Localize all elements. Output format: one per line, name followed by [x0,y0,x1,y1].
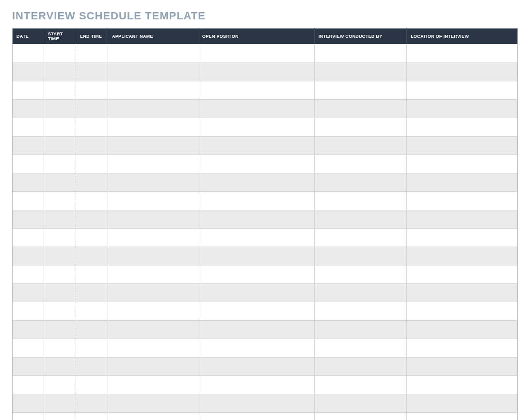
cell-start-time[interactable] [44,228,76,247]
cell-open-position[interactable] [198,210,315,228]
cell-applicant-name[interactable] [108,210,198,228]
cell-start-time[interactable] [44,247,76,265]
cell-applicant-name[interactable] [108,118,198,136]
cell-interview-conducted-by[interactable] [315,173,407,191]
cell-interview-conducted-by[interactable] [315,339,407,357]
cell-start-time[interactable] [44,136,76,155]
cell-open-position[interactable] [198,265,315,283]
cell-location-of-interview[interactable] [407,228,518,247]
cell-open-position[interactable] [198,320,315,339]
cell-applicant-name[interactable] [108,99,198,118]
cell-location-of-interview[interactable] [407,191,518,210]
cell-date[interactable] [13,339,44,357]
cell-date[interactable] [13,320,44,339]
cell-date[interactable] [13,136,44,155]
cell-location-of-interview[interactable] [407,155,518,173]
cell-end-time[interactable] [76,265,108,283]
cell-open-position[interactable] [198,44,315,62]
cell-applicant-name[interactable] [108,375,198,394]
cell-end-time[interactable] [76,412,108,420]
cell-applicant-name[interactable] [108,44,198,62]
cell-date[interactable] [13,210,44,228]
cell-location-of-interview[interactable] [407,210,518,228]
cell-open-position[interactable] [198,155,315,173]
cell-open-position[interactable] [198,247,315,265]
cell-end-time[interactable] [76,191,108,210]
cell-end-time[interactable] [76,339,108,357]
cell-end-time[interactable] [76,228,108,247]
cell-end-time[interactable] [76,283,108,302]
cell-open-position[interactable] [198,228,315,247]
cell-location-of-interview[interactable] [407,81,518,99]
cell-location-of-interview[interactable] [407,412,518,420]
cell-applicant-name[interactable] [108,228,198,247]
cell-start-time[interactable] [44,357,76,375]
cell-interview-conducted-by[interactable] [315,155,407,173]
cell-applicant-name[interactable] [108,173,198,191]
cell-applicant-name[interactable] [108,247,198,265]
cell-start-time[interactable] [44,283,76,302]
cell-end-time[interactable] [76,210,108,228]
cell-date[interactable] [13,81,44,99]
cell-location-of-interview[interactable] [407,283,518,302]
cell-interview-conducted-by[interactable] [315,210,407,228]
cell-open-position[interactable] [198,173,315,191]
cell-start-time[interactable] [44,339,76,357]
cell-interview-conducted-by[interactable] [315,320,407,339]
cell-date[interactable] [13,228,44,247]
cell-end-time[interactable] [76,99,108,118]
cell-open-position[interactable] [198,412,315,420]
cell-end-time[interactable] [76,44,108,62]
cell-interview-conducted-by[interactable] [315,302,407,320]
cell-open-position[interactable] [198,62,315,81]
cell-date[interactable] [13,173,44,191]
cell-interview-conducted-by[interactable] [315,394,407,412]
cell-location-of-interview[interactable] [407,302,518,320]
cell-date[interactable] [13,302,44,320]
cell-applicant-name[interactable] [108,320,198,339]
cell-location-of-interview[interactable] [407,247,518,265]
cell-start-time[interactable] [44,394,76,412]
cell-start-time[interactable] [44,375,76,394]
cell-location-of-interview[interactable] [407,99,518,118]
cell-location-of-interview[interactable] [407,320,518,339]
cell-start-time[interactable] [44,210,76,228]
cell-applicant-name[interactable] [108,81,198,99]
cell-location-of-interview[interactable] [407,339,518,357]
cell-open-position[interactable] [198,339,315,357]
cell-location-of-interview[interactable] [407,375,518,394]
cell-applicant-name[interactable] [108,136,198,155]
cell-start-time[interactable] [44,302,76,320]
cell-interview-conducted-by[interactable] [315,283,407,302]
cell-date[interactable] [13,412,44,420]
cell-interview-conducted-by[interactable] [315,412,407,420]
cell-location-of-interview[interactable] [407,44,518,62]
cell-end-time[interactable] [76,357,108,375]
cell-applicant-name[interactable] [108,283,198,302]
cell-date[interactable] [13,375,44,394]
cell-interview-conducted-by[interactable] [315,44,407,62]
cell-interview-conducted-by[interactable] [315,99,407,118]
cell-interview-conducted-by[interactable] [315,191,407,210]
cell-date[interactable] [13,283,44,302]
cell-location-of-interview[interactable] [407,118,518,136]
cell-applicant-name[interactable] [108,394,198,412]
cell-open-position[interactable] [198,191,315,210]
cell-interview-conducted-by[interactable] [315,136,407,155]
cell-start-time[interactable] [44,320,76,339]
cell-end-time[interactable] [76,394,108,412]
cell-location-of-interview[interactable] [407,394,518,412]
cell-applicant-name[interactable] [108,62,198,81]
cell-applicant-name[interactable] [108,191,198,210]
cell-end-time[interactable] [76,302,108,320]
cell-date[interactable] [13,155,44,173]
cell-start-time[interactable] [44,265,76,283]
cell-location-of-interview[interactable] [407,265,518,283]
cell-interview-conducted-by[interactable] [315,118,407,136]
cell-date[interactable] [13,62,44,81]
cell-applicant-name[interactable] [108,339,198,357]
cell-end-time[interactable] [76,62,108,81]
cell-location-of-interview[interactable] [407,173,518,191]
cell-end-time[interactable] [76,320,108,339]
cell-applicant-name[interactable] [108,302,198,320]
